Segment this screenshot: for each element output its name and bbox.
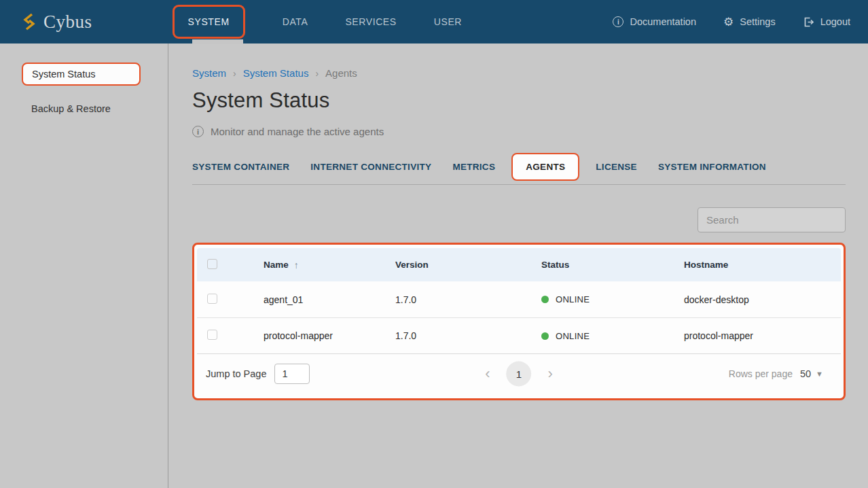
main-content: System › System Status › Agents System S…	[168, 43, 868, 488]
tab-system-container[interactable]: SYSTEM CONTAINER	[192, 162, 289, 172]
annotation-box-system-status: System Status	[22, 63, 141, 86]
previous-page-icon[interactable]: ‹	[485, 366, 490, 381]
column-header-version[interactable]: Version	[395, 260, 541, 270]
cell-version: 1.7.0	[395, 294, 541, 305]
cybus-logo-icon	[22, 13, 37, 31]
sidebar-item-backup-restore[interactable]: Backup & Restore	[31, 103, 168, 114]
table-row[interactable]: agent_01 1.7.0 ONLINE docker-desktop	[197, 281, 841, 317]
status-badge: ONLINE	[556, 294, 590, 304]
column-header-name[interactable]: Name	[264, 260, 289, 270]
breadcrumb-separator-icon: ›	[315, 68, 319, 79]
cell-version: 1.7.0	[395, 330, 541, 341]
breadcrumb-separator-icon: ›	[233, 68, 236, 79]
tab-agents[interactable]: AGENTS	[511, 153, 579, 181]
tab-license[interactable]: LICENSE	[596, 162, 637, 172]
active-nav-underline	[192, 39, 243, 44]
select-all-checkbox[interactable]	[207, 259, 217, 269]
tab-bar: SYSTEM CONTAINER INTERNET CONNECTIVITY M…	[192, 162, 846, 185]
documentation-button[interactable]: i Documentation	[613, 16, 696, 27]
online-status-dot	[541, 296, 549, 303]
sort-asc-icon[interactable]: ↑	[294, 260, 299, 271]
info-icon: i	[192, 126, 204, 137]
nav-item-system[interactable]: SYSTEM	[188, 16, 230, 27]
caret-down-icon[interactable]: ▼	[816, 370, 823, 378]
info-icon: i	[613, 16, 623, 27]
nav-item-data[interactable]: DATA	[283, 16, 308, 27]
online-status-dot	[541, 332, 549, 340]
annotation-box-agents-table: Name ↑ Version Status Hostname agent_01 …	[192, 243, 846, 400]
nav-actions: i Documentation ⚙ Settings Logout	[613, 16, 850, 28]
jump-to-page-input[interactable]	[274, 364, 310, 384]
row-checkbox[interactable]	[207, 330, 217, 340]
rows-per-page-label: Rows per page	[729, 368, 793, 379]
current-page-button[interactable]: 1	[507, 361, 532, 386]
sidebar-item-system-status[interactable]: System Status	[32, 69, 95, 80]
cell-name: protocol-mapper	[264, 330, 333, 341]
search-input[interactable]	[706, 214, 842, 226]
cell-hostname: protocol-mapper	[684, 330, 841, 341]
search-box	[698, 207, 846, 232]
main-nav: SYSTEM DATA SERVICES USER	[173, 5, 463, 39]
breadcrumb: System › System Status › Agents	[192, 67, 846, 79]
settings-button[interactable]: ⚙ Settings	[723, 16, 776, 28]
column-header-status[interactable]: Status	[541, 260, 684, 270]
breadcrumb-system-status[interactable]: System Status	[243, 67, 309, 79]
tab-metrics[interactable]: METRICS	[452, 162, 495, 172]
annotation-box-system: SYSTEM	[173, 5, 245, 39]
tab-system-information[interactable]: SYSTEM INFORMATION	[658, 162, 766, 172]
cell-name: agent_01	[264, 294, 303, 305]
breadcrumb-system[interactable]: System	[192, 67, 226, 79]
table-footer: Jump to Page ‹ 1 › Rows per page 50 ▼	[197, 353, 841, 393]
next-page-icon[interactable]: ›	[548, 366, 553, 381]
logout-button[interactable]: Logout	[803, 16, 850, 28]
cell-hostname: docker-desktop	[684, 294, 841, 305]
page-title: System Status	[192, 88, 846, 113]
search-row	[192, 207, 846, 232]
table-row[interactable]: protocol-mapper 1.7.0 ONLINE protocol-ma…	[197, 317, 841, 353]
brand-name: Cybus	[43, 12, 92, 33]
nav-item-services[interactable]: SERVICES	[345, 16, 396, 27]
status-badge: ONLINE	[556, 331, 590, 341]
gear-icon: ⚙	[723, 16, 734, 28]
top-navbar: Cybus SYSTEM DATA SERVICES USER i Docume…	[0, 0, 868, 43]
nav-item-user[interactable]: USER	[434, 16, 462, 27]
row-checkbox[interactable]	[207, 294, 217, 304]
documentation-label: Documentation	[630, 16, 696, 27]
logout-label: Logout	[820, 16, 850, 27]
page-subtitle-text: Monitor and manage the active agents	[211, 126, 384, 137]
pager: ‹ 1 ›	[485, 361, 553, 386]
rows-per-page-value[interactable]: 50	[800, 368, 811, 379]
jump-to-page-label: Jump to Page	[206, 368, 266, 379]
settings-label: Settings	[740, 16, 775, 27]
sidebar: System Status Backup & Restore	[0, 43, 168, 488]
rows-per-page: Rows per page 50 ▼	[729, 368, 823, 379]
page-subtitle: i Monitor and manage the active agents	[192, 126, 846, 137]
brand[interactable]: Cybus	[22, 12, 92, 33]
breadcrumb-agents: Agents	[325, 67, 357, 79]
tab-internet-connectivity[interactable]: INTERNET CONNECTIVITY	[310, 162, 431, 172]
table-header-row: Name ↑ Version Status Hostname	[197, 248, 841, 281]
logout-icon	[803, 16, 814, 28]
column-header-hostname[interactable]: Hostname	[684, 260, 841, 270]
